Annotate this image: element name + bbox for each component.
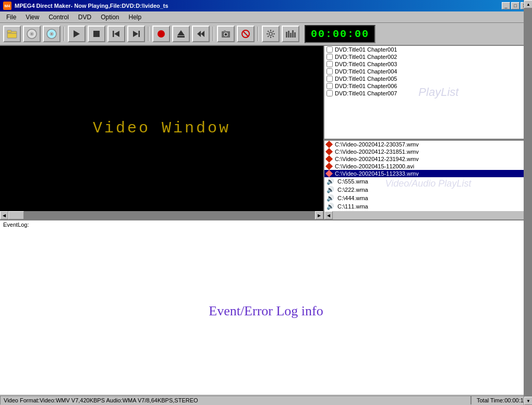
audio-icon: 🔊 xyxy=(327,194,334,202)
av-scroll-left[interactable]: ◀ xyxy=(324,211,333,219)
svg-marker-19 xyxy=(201,31,204,37)
tool1-btn[interactable] xyxy=(262,26,280,42)
dvd-check-2[interactable] xyxy=(327,54,333,60)
menu-help[interactable]: Help xyxy=(125,13,146,22)
scroll-left-btn[interactable]: ◀ xyxy=(0,211,8,219)
svg-point-8 xyxy=(51,33,53,35)
menu-option[interactable]: Option xyxy=(96,13,123,22)
dvd-check-5[interactable] xyxy=(327,76,333,82)
av-item[interactable]: 🔊 C:\444.wma xyxy=(324,194,524,202)
dvd-playlist-list: DVD:Title01 Chapter001 DVD:Title01 Chapt… xyxy=(324,46,524,139)
av-item[interactable]: 🔊 C:\111.wma xyxy=(324,202,524,211)
event-log-text: Event/Error Log info xyxy=(209,303,323,319)
svg-marker-16 xyxy=(177,30,185,35)
scroll-right-btn[interactable]: ▶ xyxy=(315,211,323,219)
dvd-item[interactable]: DVD:Title01 Chapter004 xyxy=(324,68,524,75)
dvd-check-1[interactable] xyxy=(327,46,333,53)
av-item-label: C:\Video-20020415-112000.avi xyxy=(335,163,414,169)
sep3 xyxy=(213,27,214,41)
av-item-label: C:\555.wma xyxy=(337,178,368,185)
svg-rect-38 xyxy=(292,30,294,38)
dvd-check-4[interactable] xyxy=(327,68,333,75)
stop-btn[interactable] xyxy=(88,26,105,42)
time-display: 00:00:00 xyxy=(305,25,376,43)
status-right: Total Time:00:00:10 xyxy=(471,396,532,404)
svg-point-15 xyxy=(158,30,165,38)
av-item-label: C:\Video-20020412-231942.wmv xyxy=(335,156,419,162)
minimize-button[interactable]: _ xyxy=(502,2,510,9)
av-item[interactable]: 🔊 C:\555.wma xyxy=(324,177,524,186)
log-scroll-down[interactable]: ▼ xyxy=(524,397,532,405)
dvd-item[interactable]: DVD:Title01 Chapter003 xyxy=(324,60,524,68)
eq-btn[interactable] xyxy=(282,26,299,42)
dvd-item[interactable]: DVD:Title01 Chapter001 xyxy=(324,46,524,53)
svg-rect-37 xyxy=(290,33,292,38)
dvd-check-6[interactable] xyxy=(327,83,333,89)
ban-btn[interactable] xyxy=(237,26,255,42)
svg-point-22 xyxy=(225,33,227,36)
dvd-check-7[interactable] xyxy=(327,90,333,96)
capture-btn[interactable] xyxy=(217,26,235,42)
dvd-item-label: DVD:Title01 Chapter001 xyxy=(335,46,397,53)
disc2-btn[interactable] xyxy=(43,26,61,42)
dvd-item[interactable]: DVD:Title01 Chapter006 xyxy=(324,82,524,90)
h-scrollbar: ◀ ▶ xyxy=(0,211,323,219)
menu-view[interactable]: View xyxy=(21,13,43,22)
av-h-scrollbar: ◀ ▶ xyxy=(324,211,532,219)
dvd-playlist-section: PlayList DVD:Title01 Chapter001 DVD:Titl… xyxy=(324,46,532,140)
dvd-item-label: DVD:Title01 Chapter006 xyxy=(335,83,397,89)
dvd-item[interactable]: DVD:Title01 Chapter002 xyxy=(324,53,524,60)
svg-rect-11 xyxy=(113,31,114,37)
av-item-label: C:\222.wma xyxy=(337,187,368,193)
log-scroll-up[interactable]: ▲ xyxy=(524,0,532,8)
menu-file[interactable]: File xyxy=(2,13,20,22)
menu-control[interactable]: Control xyxy=(44,13,73,22)
svg-rect-36 xyxy=(288,31,289,38)
scroll-thumb[interactable] xyxy=(8,211,24,219)
rewind-btn[interactable] xyxy=(192,26,210,42)
svg-marker-18 xyxy=(197,31,201,37)
title-bar-left: M4 MPEG4 Direct Maker- Now Playing,File:… xyxy=(3,2,168,10)
svg-marker-12 xyxy=(114,31,119,37)
svg-rect-39 xyxy=(294,32,296,38)
av-item[interactable]: C:\Video-20020412-231851.wmv xyxy=(324,148,524,155)
play-btn[interactable] xyxy=(68,26,86,42)
dvd-item[interactable]: DVD:Title01 Chapter007 xyxy=(324,90,524,97)
menu-dvd[interactable]: DVD xyxy=(74,13,95,22)
record-btn[interactable] xyxy=(152,26,170,42)
status-left: Video Format:Video:WMV V7,420KBPS Audio:… xyxy=(0,396,471,404)
av-item[interactable]: 🔊 C:\222.wma xyxy=(324,186,524,194)
dvd-check-3[interactable] xyxy=(327,61,333,67)
disc-btn[interactable] xyxy=(23,26,41,42)
open-folder-btn[interactable] xyxy=(3,26,21,42)
svg-marker-9 xyxy=(74,30,80,38)
event-log-body: Event/Error Log info xyxy=(0,229,532,394)
scroll-track[interactable] xyxy=(8,211,315,219)
svg-point-26 xyxy=(269,32,272,35)
av-scroll-track[interactable] xyxy=(333,211,524,219)
svg-rect-13 xyxy=(139,31,140,37)
event-log: EventLog: Event/Error Log info ▲ ▼ xyxy=(0,219,532,394)
dvd-item[interactable]: DVD:Title01 Chapter005 xyxy=(324,75,524,82)
sep1 xyxy=(64,27,65,41)
av-item-selected[interactable]: C:\Video-20020415-112333.wmv xyxy=(324,170,524,177)
audio-icon: 🔊 xyxy=(327,203,334,210)
video-icon xyxy=(325,170,333,177)
av-item[interactable]: C:\Video-20020415-112000.avi xyxy=(324,163,524,170)
svg-line-25 xyxy=(243,31,249,37)
av-item[interactable]: C:\Video-20020412-231942.wmv xyxy=(324,155,524,163)
svg-line-31 xyxy=(268,31,269,32)
svg-rect-23 xyxy=(224,30,226,32)
video-icon xyxy=(325,141,333,148)
av-item[interactable]: C:\Video-20020412-230357.wmv xyxy=(324,141,524,148)
dvd-item-label: DVD:Title01 Chapter004 xyxy=(335,68,397,75)
next-btn[interactable] xyxy=(127,26,145,42)
maximize-button[interactable]: □ xyxy=(511,2,519,9)
left-area: Video Window ◀ ▶ xyxy=(0,46,323,219)
eject-btn[interactable] xyxy=(172,26,190,42)
av-item-label: C:\111.wma xyxy=(337,203,368,210)
av-item-label: C:\Video-20020412-230357.wmv xyxy=(335,141,419,148)
svg-marker-14 xyxy=(133,31,138,37)
prev-btn[interactable] xyxy=(107,26,125,42)
menu-bar: File View Control DVD Option Help xyxy=(0,11,532,23)
